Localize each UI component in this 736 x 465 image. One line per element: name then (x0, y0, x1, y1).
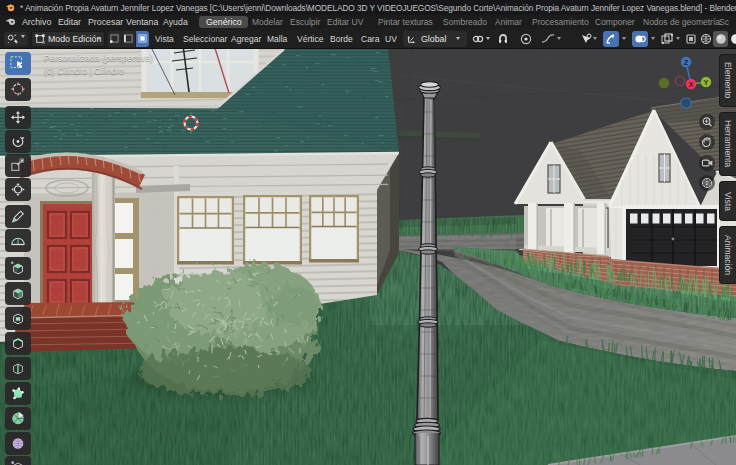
svg-text:Z: Z (684, 58, 689, 67)
svg-text:X: X (688, 80, 693, 89)
svg-text:Y: Y (703, 78, 708, 87)
